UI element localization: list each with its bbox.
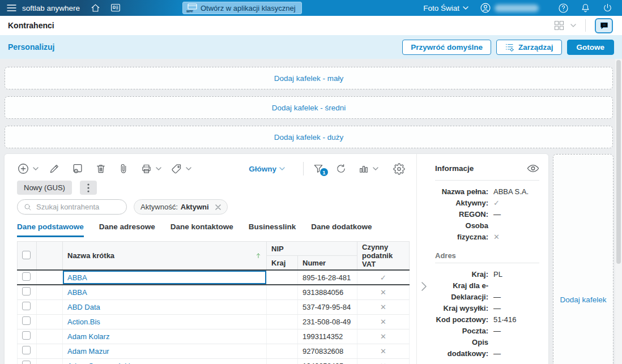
check-icon: ✓ <box>493 198 539 209</box>
numer-column-header[interactable]: Numer <box>298 256 357 270</box>
row-checkbox[interactable] <box>22 361 31 364</box>
restore-defaults-button[interactable]: Przywróć domyślne <box>402 40 491 55</box>
personalize-title: Personalizuj <box>8 42 54 52</box>
tab-businesslink[interactable]: Businesslink <box>249 222 296 237</box>
logout-power-icon[interactable] <box>602 3 613 14</box>
company-name: Foto Świat <box>423 4 459 12</box>
tab-dane-podstawowe[interactable]: Dane podstawowe <box>17 222 84 237</box>
field-label: Kod pocztowy: <box>435 314 488 326</box>
filter-funnel-icon[interactable]: 1 <box>313 163 324 174</box>
field-label: Aktywny: <box>435 198 488 209</box>
filter-count-badge: 1 <box>320 168 328 176</box>
contractor-link[interactable]: Action.Bis <box>67 318 100 326</box>
home-icon[interactable] <box>90 3 101 14</box>
top-bar: softlab anywhere WPF Otwórz w aplikacji … <box>0 0 622 16</box>
tab-dane-dodatkowe[interactable]: Dane dodatkowe <box>311 222 372 237</box>
contractor-link[interactable]: ABBA <box>67 273 87 282</box>
manage-button[interactable]: Zarządzaj <box>496 40 562 55</box>
more-options-button[interactable] <box>80 181 97 195</box>
edit-pencil-icon[interactable] <box>49 163 60 174</box>
contractor-link[interactable]: Adam Mazur <box>67 347 109 356</box>
field-label: Nazwa pełna: <box>435 186 488 198</box>
card-info-icon[interactable] <box>71 162 84 175</box>
wpf-icon: WPF <box>186 3 197 13</box>
table-row[interactable]: Adam Kolarz 1993114352 ✕ <box>18 329 410 344</box>
kraj-column-header[interactable]: Kraj <box>267 256 298 270</box>
add-tile-side[interactable]: Dodaj kafelek <box>553 154 614 364</box>
table-row[interactable]: ABBA 9313884056 ✕ <box>18 285 410 299</box>
tab-dane-kontaktowe[interactable]: Dane kontaktowe <box>171 222 233 237</box>
user-name-blurred <box>495 5 539 12</box>
table-row[interactable]: ABBA 895-16-28-481 ✓ <box>18 270 410 285</box>
bar-chart-icon <box>358 163 369 174</box>
page-scrollbar[interactable] <box>615 59 622 364</box>
refresh-icon[interactable] <box>335 163 347 174</box>
visibility-eye-icon[interactable] <box>527 164 539 173</box>
divider <box>435 263 539 263</box>
add-contractor-button[interactable] <box>17 162 39 175</box>
row-checkbox[interactable] <box>22 272 31 281</box>
collapse-panel-icon[interactable] <box>420 281 428 292</box>
news-icon[interactable] <box>110 3 121 13</box>
field-value: ABBA S.A. <box>493 186 539 198</box>
notifications-icon[interactable] <box>580 3 591 14</box>
view-selector-label: Główny <box>249 165 276 173</box>
row-checkbox[interactable] <box>22 346 31 354</box>
add-tile-large[interactable]: Dodaj kafelek - duży <box>5 126 613 148</box>
feedback-chat-button[interactable] <box>595 18 613 33</box>
tab-dane-adresowe[interactable]: Dane adresowe <box>99 222 155 237</box>
tags-button[interactable] <box>171 163 191 175</box>
active-filter-chip[interactable]: Aktywność: Aktywni <box>134 199 228 215</box>
menu-icon[interactable] <box>7 4 16 12</box>
row-checkbox[interactable] <box>22 302 31 310</box>
search-input[interactable] <box>36 203 121 211</box>
chevron-down-icon[interactable] <box>156 167 161 170</box>
scrollbar-thumb[interactable] <box>616 60 621 264</box>
user-account-icon[interactable] <box>480 2 491 14</box>
select-all-checkbox[interactable] <box>22 251 31 259</box>
open-classic-app-button[interactable]: WPF Otwórz w aplikacji klasycznej <box>182 2 302 14</box>
table-row[interactable]: ABD Data 537-479-95-84 ✕ <box>18 299 410 314</box>
remove-filter-icon[interactable] <box>215 204 221 210</box>
vat-status-icon: ✕ <box>380 332 386 341</box>
print-button[interactable] <box>140 163 161 175</box>
field-value: — <box>493 292 539 303</box>
row-checkbox[interactable] <box>22 287 31 296</box>
table-row[interactable]: Action.Bis 231-508-08-49 ✕ <box>18 314 410 329</box>
new-gus-button[interactable]: Nowy (GUS) <box>17 181 72 195</box>
vat-column-header[interactable]: Czynny podatnik VAT <box>357 242 410 271</box>
name-column-header[interactable]: Nazwa krótka <box>63 242 267 271</box>
contractor-link[interactable]: Adam Kolarz <box>67 332 109 341</box>
contractors-list-area: Główny 1 <box>5 154 416 364</box>
contractor-link[interactable]: ABD Data <box>67 303 100 311</box>
vat-status-icon: ✕ <box>380 303 386 311</box>
add-tile-small[interactable]: Dodaj kafelek - mały <box>5 67 613 89</box>
field-label: Kraj dla e-Deklaracji: <box>435 280 488 303</box>
manage-label: Zarządzaj <box>518 43 553 52</box>
contractor-link[interactable]: ABBA <box>67 288 87 297</box>
settings-gear-icon[interactable] <box>393 163 405 175</box>
layout-grid-icon[interactable] <box>553 20 565 31</box>
add-tile-medium[interactable]: Dodaj kafelek - średni <box>5 96 613 119</box>
analysis-chart-button[interactable] <box>358 163 378 174</box>
chevron-down-icon[interactable] <box>186 167 191 170</box>
chevron-down-icon[interactable] <box>33 167 39 170</box>
attachment-paperclip-icon[interactable] <box>118 163 129 174</box>
row-checkbox[interactable] <box>22 316 31 325</box>
detail-tabs: Dane podstawowe Dane adresowe Dane konta… <box>17 222 416 237</box>
company-selector[interactable]: Foto Świat <box>423 4 468 12</box>
nip-group-header[interactable]: NIP <box>267 242 357 256</box>
personalize-bar: Personalizuj Przywróć domyślne Zarządzaj… <box>0 35 622 59</box>
chevron-down-icon[interactable] <box>373 167 378 170</box>
row-checkbox[interactable] <box>22 331 31 340</box>
chevron-down-icon <box>463 6 468 10</box>
view-selector[interactable]: Główny <box>249 165 285 173</box>
help-icon[interactable] <box>558 3 569 14</box>
contractor-link[interactable]: Adam Szczepański <box>67 362 130 364</box>
table-row[interactable]: Adam Mazur 9270832608 ✕ <box>18 344 410 358</box>
table-row[interactable]: Adam Szczepański 1940658405 ✕ <box>18 358 410 364</box>
chevron-down-icon[interactable] <box>570 24 576 27</box>
done-button[interactable]: Gotowe <box>567 40 615 55</box>
delete-trash-icon[interactable] <box>95 163 106 174</box>
sort-ascending-icon[interactable] <box>255 252 262 259</box>
